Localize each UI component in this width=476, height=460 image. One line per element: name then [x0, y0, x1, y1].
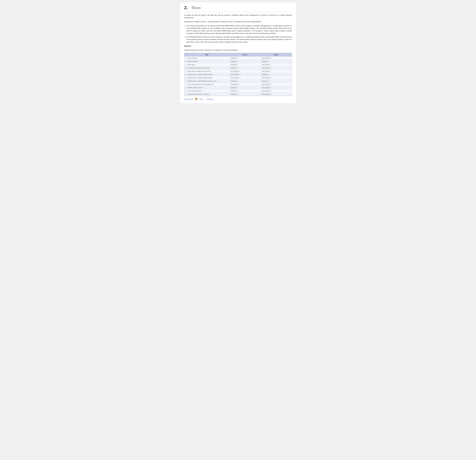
ebook-icon: 🦁	[195, 98, 198, 100]
ebook-link[interactable]: ebook	[199, 98, 203, 100]
case1-value-8: Not relevant	[231, 84, 239, 85]
table-row: i. Fixed manufacturing overhead (general…	[184, 83, 292, 86]
dropdown-arrow-c2-0: ▼	[271, 57, 272, 59]
case2-value-4: Not relevant	[262, 70, 270, 72]
col-case2: Case 2	[261, 53, 292, 57]
dropdown-arrow-c1-1: ▼	[237, 61, 238, 62]
case2-cell-0[interactable]: Not relevant▼	[261, 57, 292, 60]
case2-cell-7[interactable]: Relevant▼	[261, 79, 292, 83]
case1-value-11: Relevant	[231, 93, 237, 95]
case1-cell-9[interactable]: Relevant▼	[230, 86, 261, 89]
dropdown-arrow-c1-3: ▼	[237, 67, 238, 69]
item-cell-1: b. Direct materials	[184, 60, 230, 63]
case1-cell-1[interactable]: Relevant▼	[230, 60, 261, 63]
case1-value-5: Not relevant	[231, 74, 239, 75]
dropdown-arrow-c1-10: ▼	[237, 90, 238, 92]
question-body: A number of costs are listed in the tabl…	[184, 12, 292, 100]
case1-cell-8[interactable]: Not relevant▼	[230, 83, 261, 86]
case2-cell-8[interactable]: Not relevant▼	[261, 83, 292, 86]
value-label: value:	[192, 5, 201, 7]
table-row: d. Variable manufacturing overheadReleva…	[184, 66, 292, 70]
dropdown-arrow-c1-11: ▼	[237, 94, 238, 95]
dropdown-arrow-c1-5: ▼	[239, 74, 241, 75]
item-cell-4: e. Book value—Model A3000 machine	[184, 70, 230, 73]
case1-cell-3[interactable]: Relevant▼	[230, 66, 261, 70]
relevance-table-wrapper: Item Case 1 Case 2 a. Sales revenueRelev…	[184, 53, 292, 96]
case1-value-3: Relevant	[231, 67, 237, 69]
item-cell-2: c. Direct labor	[184, 63, 230, 66]
item-num-11: l.	[186, 93, 186, 95]
item-num-8: i.	[186, 84, 186, 85]
intro-paragraph-2: Requirement 1 relates to Case 1, and req…	[184, 20, 292, 23]
case1-value-10: Relevant	[231, 90, 237, 92]
case1-cell-11[interactable]: Relevant▼	[230, 93, 261, 96]
table-row: k. Fixed selling expenseRelevant▼Not rel…	[184, 89, 292, 93]
dropdown-arrow-c1-2: ▼	[237, 64, 238, 65]
check-my-work-link[interactable]: check my work	[184, 98, 193, 100]
item-num-6: g.	[186, 77, 187, 79]
case1-value-6: Not relevant	[231, 77, 239, 79]
item-num-0: a.	[186, 57, 187, 59]
case1-cell-4[interactable]: Not relevant▼	[230, 70, 261, 73]
case-2-item: The old Model A3000 machine is not the c…	[186, 36, 292, 43]
item-cell-5: f. Disposal value—Model A3000 machine	[184, 73, 230, 76]
dropdown-arrow-c2-7: ▼	[268, 80, 270, 82]
question-meta: value: 10.00 points	[192, 5, 201, 9]
col-case1: Case 1	[230, 53, 261, 57]
references-link[interactable]: references	[207, 98, 213, 100]
question-header: 2. value: 10.00 points	[184, 5, 292, 10]
case2-value-5: Relevant	[262, 74, 268, 75]
case2-cell-9[interactable]: Not relevant▼	[261, 86, 292, 89]
item-cell-8: i. Fixed manufacturing overhead (general…	[184, 83, 230, 86]
dropdown-arrow-c2-6: ▼	[271, 77, 272, 78]
item-num-3: d.	[186, 67, 187, 69]
item-cell-10: k. Fixed selling expense	[184, 89, 230, 93]
item-num-1: b.	[186, 61, 187, 62]
case1-value-4: Not relevant	[231, 70, 239, 72]
dropdown-arrow-c2-11: ▼	[271, 94, 272, 95]
dropdown-arrow-c2-3: ▼	[271, 67, 272, 69]
case2-cell-4[interactable]: Not relevant▼	[261, 70, 292, 73]
case2-cell-5[interactable]: Relevant▼	[261, 73, 292, 76]
case1-cell-10[interactable]: Relevant▼	[230, 89, 261, 93]
case-1-item: The company chronically runs at capacity…	[186, 25, 292, 35]
case2-value-9: Not relevant	[262, 87, 270, 88]
relevance-table: Item Case 1 Case 2 a. Sales revenueRelev…	[184, 53, 292, 96]
item-cell-9: j. Variable selling expense	[184, 86, 230, 89]
item-cell-0: a. Sales revenue	[184, 57, 230, 60]
case2-cell-10[interactable]: Not relevant▼	[261, 89, 292, 93]
case1-cell-5[interactable]: Not relevant▼	[230, 73, 261, 76]
case1-value-1: Relevant	[231, 61, 237, 62]
dropdown-arrow-c2-8: ▼	[271, 84, 272, 85]
dropdown-arrow-c2-4: ▼	[271, 70, 272, 72]
points-label: 10.00 points	[192, 7, 201, 9]
case1-value-9: Relevant	[231, 87, 237, 88]
case2-value-3: Not relevant	[262, 67, 270, 69]
case1-value-2: Relevant	[231, 64, 237, 66]
table-row: l. General administrative overheadReleva…	[184, 93, 292, 96]
dropdown-arrow-c1-8: ▼	[239, 84, 241, 85]
separator: |	[205, 98, 205, 100]
dropdown-arrow-c2-9: ▼	[271, 87, 272, 88]
table-row: b. Direct materialsRelevant▼Relevant▼	[184, 60, 292, 63]
case2-cell-6[interactable]: Not relevant▼	[261, 76, 292, 79]
case2-cell-2[interactable]: Not relevant▼	[261, 63, 292, 66]
dropdown-arrow-c2-10: ▼	[271, 90, 272, 92]
case2-cell-3[interactable]: Not relevant▼	[261, 66, 292, 70]
case1-cell-7[interactable]: Relevant▼	[230, 79, 261, 83]
required-text: Indicate whether each item is relevant o…	[184, 49, 292, 51]
item-num-2: c.	[186, 64, 187, 66]
case1-cell-0[interactable]: Relevant▼	[230, 57, 261, 60]
col-item: Item	[184, 53, 230, 57]
item-num-7: h.	[186, 80, 187, 82]
case2-cell-11[interactable]: Not relevant▼	[261, 93, 292, 96]
table-row: e. Book value—Model A3000 machineNot rel…	[184, 70, 292, 73]
case1-cell-6[interactable]: Not relevant▼	[230, 76, 261, 79]
dropdown-arrow-c1-7: ▼	[237, 80, 238, 82]
case2-cell-1[interactable]: Relevant▼	[261, 60, 292, 63]
case1-cell-2[interactable]: Relevant▼	[230, 63, 261, 66]
cases-list: The company chronically runs at capacity…	[184, 25, 292, 43]
intro-paragraph-1: A number of costs are listed in the tabl…	[184, 14, 292, 19]
item-num-10: k.	[186, 90, 187, 92]
table-row: a. Sales revenueRelevant▼Not relevant▼	[184, 57, 292, 60]
